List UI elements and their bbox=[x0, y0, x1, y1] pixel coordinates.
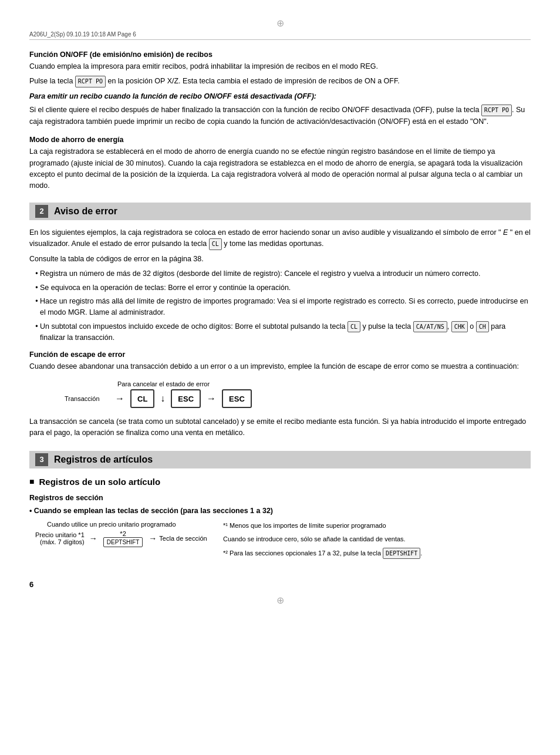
bullet-3: Hace un registro más allá del límite de … bbox=[40, 296, 531, 318]
price-flow: Precio unitario *1 (máx. 7 dígitos) → *2… bbox=[35, 530, 211, 547]
note-2: *² Para las secciones opcionales 17 a 32… bbox=[223, 548, 422, 559]
esc2-key-box: ESC bbox=[222, 389, 252, 408]
section-on-off: Función ON/OFF (de emisión/no emisión) d… bbox=[29, 50, 531, 127]
on-off-p2-prefix: Pulse la tecla bbox=[29, 77, 75, 85]
ch-key: CH bbox=[476, 321, 489, 332]
arrow-down-indicator: ↓ bbox=[160, 393, 165, 404]
max-label: (máx. 7 dígitos) bbox=[40, 538, 85, 545]
escape-p1: Cuando desee abandonar una transacción d… bbox=[29, 361, 531, 372]
price-notes-col: *¹ Menos que los importes de límite supe… bbox=[223, 521, 422, 563]
arrow-right-2: → bbox=[207, 393, 216, 404]
subsection-label: Registros de un solo artículo bbox=[39, 477, 160, 487]
teclas-label: • Cuando se emplean las teclas de secció… bbox=[29, 507, 531, 515]
price-top-label: Cuando utilice un precio unitario progra… bbox=[47, 521, 211, 528]
deptshift-note-key: DEPTSHIFT bbox=[383, 548, 420, 559]
cl-diagram-wrapper: Para cancelar el estado de error Transac… bbox=[65, 380, 531, 408]
on-off-title: Función ON/OFF (de emisión/no emisión) d… bbox=[29, 50, 531, 59]
caatns-key: CA/AT/NS bbox=[413, 321, 447, 332]
esc1-key-box: ESC bbox=[171, 389, 201, 408]
page-number: 6 bbox=[29, 580, 531, 589]
price-arrow2: → bbox=[149, 534, 157, 543]
section2-p2: Consulte la tabla de códigos de error en… bbox=[29, 254, 531, 265]
chk-key: CHK bbox=[451, 321, 468, 332]
arrow-right-1: → bbox=[115, 393, 124, 404]
price-arrow: → bbox=[89, 534, 97, 543]
bottom-crosshair: ⊕ bbox=[29, 595, 531, 606]
section2-header: 2 Aviso de error bbox=[29, 203, 531, 220]
bullet-4: Un subtotal con impuestos incluido exced… bbox=[40, 321, 531, 343]
section2-content: En los siguientes ejemplos, la caja regi… bbox=[29, 227, 531, 439]
escape-title: Función de escape de error bbox=[29, 350, 531, 359]
error-bullet-list: Registra un número de más de 32 dígitos … bbox=[40, 268, 531, 343]
section-ahorro: Modo de ahorro de energía La caja regist… bbox=[29, 136, 531, 192]
section2-p1: En los siguientes ejemplos, la caja regi… bbox=[29, 227, 531, 250]
star2-deptshift-col: *2 DEPTSHIFT bbox=[102, 530, 144, 547]
section2-number: 2 bbox=[35, 205, 48, 218]
tecla-seccion-label: Tecla de sección bbox=[159, 535, 207, 542]
header-text: A206U_2(Sp) 09.10.19 10:18 AM Page 6 bbox=[29, 31, 136, 38]
diagram-flow-row: Transacción → CL ↓ ESC → ESC bbox=[65, 389, 531, 408]
on-off-p1: Cuando emplea la impresora para emitir r… bbox=[29, 61, 531, 72]
subsection-title: Registros de un solo artículo bbox=[29, 477, 531, 487]
on-off-italic: Para emitir un recibo cuando la función … bbox=[29, 91, 531, 102]
section3-title: Registros de artículos bbox=[54, 454, 153, 465]
rcptpo-key1: RCPT PO bbox=[75, 76, 106, 87]
bullet-1: Registra un número de más de 32 dígitos … bbox=[40, 268, 531, 279]
price-diagram-area: Cuando utilice un precio unitario progra… bbox=[35, 521, 531, 563]
price-label-col: Precio unitario *1 (máx. 7 dígitos) bbox=[35, 531, 85, 545]
page-header: A206U_2(Sp) 09.10.19 10:18 AM Page 6 bbox=[29, 31, 531, 40]
cl-key-box: CL bbox=[130, 389, 154, 408]
precio-label: Precio unitario *1 bbox=[35, 531, 85, 538]
price-left-col: Cuando utilice un precio unitario progra… bbox=[35, 521, 211, 547]
ahorro-title: Modo de ahorro de energía bbox=[29, 136, 531, 144]
on-off-p2: Pulse la tecla RCPT PO en la posición OP… bbox=[29, 76, 531, 87]
section3-number: 3 bbox=[35, 453, 48, 466]
section2-title: Aviso de error bbox=[54, 206, 117, 217]
note-1: *¹ Menos que los importes de límite supe… bbox=[223, 521, 422, 531]
cl-key-bullet4: CL bbox=[348, 321, 360, 332]
section3-content: Registros de un solo artículo Registros … bbox=[29, 477, 531, 563]
ahorro-p1: La caja registradora se establecerá en e… bbox=[29, 146, 531, 192]
note-1b: Cuando se introduce cero, sólo se añade … bbox=[223, 534, 422, 544]
page-top-crosshair: ⊕ bbox=[29, 18, 531, 29]
deptshift-key: DEPTSHIFT bbox=[103, 537, 143, 547]
section3-header: 3 Registros de artículos bbox=[29, 451, 531, 468]
diagram-top-label: Para cancelar el estado de error bbox=[117, 380, 531, 387]
bullet-2: Se equivoca en la operación de teclas: B… bbox=[40, 282, 531, 294]
registros-seccion-title: Registros de sección bbox=[29, 494, 531, 502]
transaccion-label: Transacción bbox=[65, 395, 112, 402]
after-diagram-text: La transacción se cancela (se trata como… bbox=[29, 416, 531, 439]
on-off-p3: Si el cliente quiere el recibo después d… bbox=[29, 105, 531, 127]
star2-label: *2 bbox=[120, 530, 126, 537]
cl-key-inline: CL bbox=[209, 238, 222, 250]
on-off-p2-mid: en la posición OP X/Z. Esta tecla cambia… bbox=[106, 77, 400, 85]
